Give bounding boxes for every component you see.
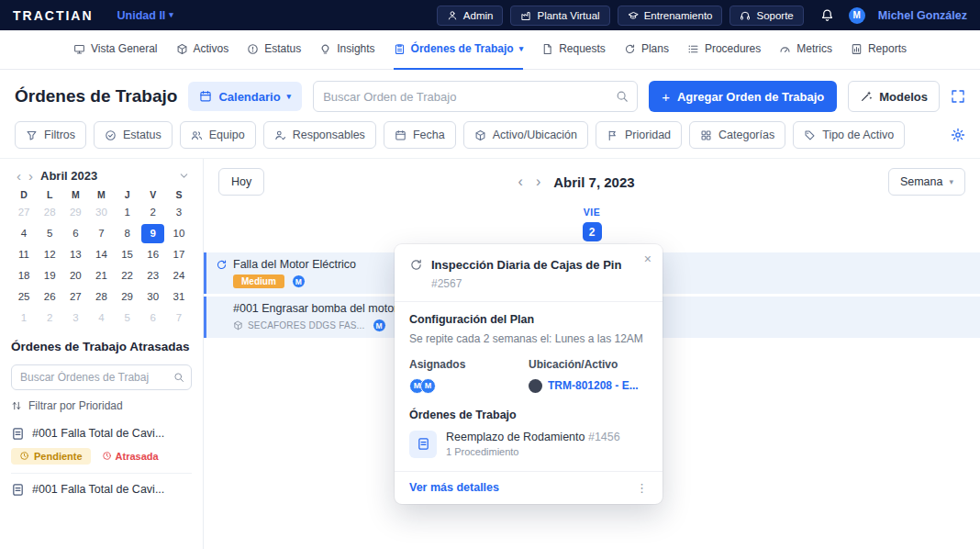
calendar-day[interactable]: 11 <box>13 245 36 264</box>
nav-item-activos[interactable]: Activos <box>176 30 229 70</box>
calendar-day[interactable]: 26 <box>39 287 61 307</box>
filter-chip-label: Fecha <box>413 129 445 141</box>
nav-item-requests[interactable]: Requests <box>541 30 606 70</box>
calendar-day[interactable]: 8 <box>116 224 139 243</box>
calendar-settings-button[interactable] <box>951 128 965 142</box>
calendar-day[interactable]: 6 <box>64 224 87 243</box>
calendar-day[interactable]: 30 <box>90 203 113 222</box>
calendar-day[interactable]: 1 <box>116 203 139 222</box>
user-name[interactable]: Michel González <box>878 9 967 22</box>
view-mode-selector[interactable]: Semana ▾ <box>888 168 965 196</box>
filter-chip-filtros[interactable]: Filtros <box>15 121 86 149</box>
calendar-day[interactable]: 21 <box>90 266 113 286</box>
location-link[interactable]: TRM-801208 - E... <box>548 379 639 392</box>
calendar-day[interactable]: 5 <box>116 308 139 328</box>
calendar-next-button[interactable]: › <box>25 168 37 184</box>
fullscreen-button[interactable] <box>951 89 965 104</box>
view-selector-calendario[interactable]: Calendario ▾ <box>188 82 302 111</box>
calendar-day[interactable]: 20 <box>64 266 87 286</box>
planta-virtual-button[interactable]: Planta Virtual <box>510 6 609 26</box>
calendar-day[interactable]: 31 <box>167 287 190 307</box>
calendar-day[interactable]: 4 <box>13 224 36 243</box>
add-work-order-button[interactable]: + Agregar Orden de Trabajo <box>649 81 837 112</box>
cube-icon <box>176 43 188 55</box>
calendar-day[interactable]: 18 <box>13 266 36 286</box>
calendar-day[interactable]: 16 <box>141 245 164 264</box>
overdue-search-input[interactable] <box>11 364 192 390</box>
calendar-day[interactable]: 23 <box>141 266 164 286</box>
calendar-day[interactable]: 2 <box>141 203 164 222</box>
day-of-week-label: V <box>140 189 166 200</box>
calendar-day[interactable]: 7 <box>90 224 113 243</box>
calendar-day[interactable]: 29 <box>116 287 139 307</box>
notifications-button[interactable] <box>820 8 834 22</box>
filter-chip-categorias[interactable]: Categorías <box>689 121 785 149</box>
nav-item-insights[interactable]: Insights <box>319 30 374 70</box>
filter-chip-prioridad[interactable]: Prioridad <box>596 121 682 149</box>
filter-priority-button[interactable]: Filtrar por Prioridad <box>11 399 192 412</box>
calendar-prev-button[interactable]: ‹ <box>13 168 25 184</box>
calendar-day[interactable]: 4 <box>90 308 113 328</box>
nav-item-label: Insights <box>337 42 374 55</box>
calendar-day[interactable]: 12 <box>39 245 61 264</box>
filter-chip-tipo-de-activo[interactable]: Tipo de Activo <box>793 121 905 149</box>
soporte-button[interactable]: Soporte <box>729 6 803 26</box>
calendar-day[interactable]: 22 <box>116 266 139 286</box>
calendar-day[interactable]: 6 <box>141 308 164 328</box>
nav-item-procedures[interactable]: Procedures <box>687 30 761 70</box>
work-order-item[interactable]: Reemplazo de Rodamiento #1456 1 Procedim… <box>409 431 648 458</box>
day-of-week-label: S <box>166 189 192 200</box>
calendar-day[interactable]: 3 <box>167 203 190 222</box>
nav-item-plans[interactable]: Plans <box>624 30 669 70</box>
nav-item-vista-general[interactable]: Vista General <box>73 30 158 70</box>
filter-chip-estatus[interactable]: Estatus <box>94 121 173 149</box>
calendar-day[interactable]: 28 <box>90 287 113 307</box>
calendar-day[interactable]: 28 <box>39 203 61 222</box>
calendar-day[interactable]: 7 <box>167 308 190 328</box>
prev-period-button[interactable]: ‹ <box>518 174 523 189</box>
calendar-day[interactable]: 1 <box>13 308 36 328</box>
filter-chip-label: Filtros <box>44 129 75 141</box>
list-item[interactable]: #001 Falla Total de Cavi... Pendiente At… <box>11 418 192 473</box>
kebab-menu-icon[interactable]: ⋮ <box>636 481 648 495</box>
close-icon[interactable]: × <box>644 252 651 266</box>
calendar-day[interactable]: 15 <box>116 245 139 264</box>
calendar-day[interactable]: 17 <box>167 245 190 264</box>
chevron-down-icon: ▾ <box>949 178 953 186</box>
filter-chip-equipo[interactable]: Equipo <box>180 121 256 149</box>
list-item[interactable]: #001 Falla Total de Cavi... <box>11 473 192 505</box>
nav-item-estatus[interactable]: Estatus <box>247 30 301 70</box>
calendar-day[interactable]: 19 <box>39 266 61 286</box>
entrenamiento-button[interactable]: Entrenamiento <box>618 6 723 26</box>
unit-selector[interactable]: Unidad II ▾ <box>117 9 173 22</box>
calendar-collapse-button[interactable] <box>178 170 190 182</box>
calendar-day[interactable]: 13 <box>64 245 87 264</box>
calendar-day[interactable]: 14 <box>90 245 113 264</box>
nav-item-ordenes-de-trabajo[interactable]: Órdenes de Trabajo ▾ <box>394 30 524 70</box>
nav-item-metrics[interactable]: Metrics <box>779 30 832 70</box>
calendar-day[interactable]: 2 <box>39 308 61 328</box>
models-button[interactable]: Modelos <box>848 81 940 112</box>
nav-item-reports[interactable]: Reports <box>851 30 907 70</box>
user-avatar[interactable]: M <box>849 7 865 24</box>
calendar-day[interactable]: 25 <box>13 287 36 307</box>
calendar-day[interactable]: 24 <box>167 266 190 286</box>
calendar-day[interactable]: 27 <box>13 203 36 222</box>
more-details-link[interactable]: Ver más detalles <box>409 481 636 494</box>
calendar-day[interactable]: 27 <box>64 287 87 307</box>
calendar-day[interactable]: 29 <box>64 203 87 222</box>
filter-chip-activo-ubicacion[interactable]: Activo/Ubicación <box>463 121 588 149</box>
calendar-day[interactable]: 5 <box>39 224 61 243</box>
search-input[interactable] <box>313 81 638 112</box>
day-number-badge[interactable]: 2 <box>583 222 602 241</box>
calendar-day[interactable]: 10 <box>167 224 190 243</box>
today-button[interactable]: Hoy <box>218 168 264 196</box>
next-period-button[interactable]: › <box>536 174 540 189</box>
topbar: TRACTIAN Unidad II ▾ Admin Planta Virtua… <box>0 0 980 30</box>
filter-chip-fecha[interactable]: Fecha <box>384 121 456 149</box>
calendar-day[interactable]: 30 <box>141 287 164 307</box>
calendar-day[interactable]: 3 <box>64 308 87 328</box>
calendar-day[interactable]: 9 <box>141 224 164 243</box>
admin-button[interactable]: Admin <box>437 6 504 26</box>
filter-chip-responsables[interactable]: Responsables <box>263 121 376 149</box>
